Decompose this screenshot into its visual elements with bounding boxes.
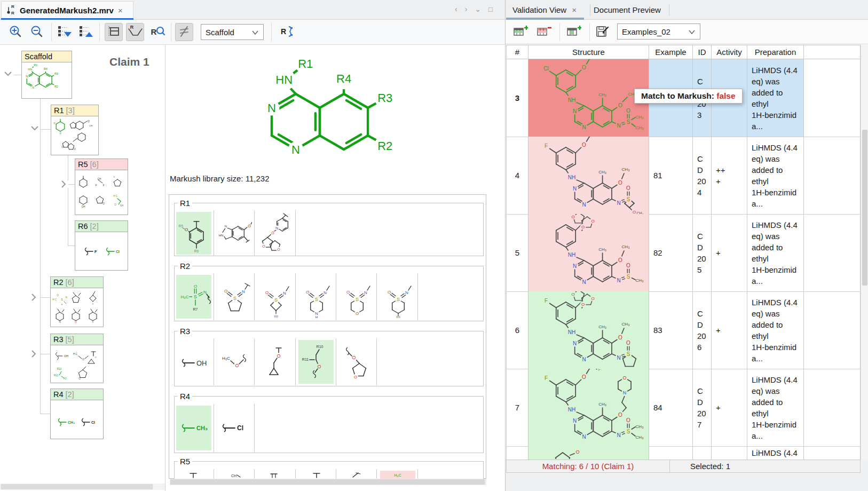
cell-id-rownext[interactable] — [693, 446, 712, 460]
cell-id-row7[interactable]: C D 20 7 — [693, 369, 712, 446]
cell-empty-row5[interactable] — [804, 214, 861, 291]
rgroup-cell-r1-2[interactable]: HNNOCH₃CH₃ — [217, 212, 252, 255]
column-header-num[interactable]: # — [506, 45, 528, 59]
cell-empty-row4[interactable] — [804, 137, 861, 214]
cell-preparation-row3[interactable]: LiHMDS (4.4 eq) was added to ethyl 1H-be… — [747, 59, 804, 137]
rgroup-cell-r2-6[interactable]: SONR9 — [380, 275, 415, 319]
tree-horizontal-scrollbar[interactable] — [0, 484, 165, 490]
cell-preparation-row6[interactable]: LiHMDS (4.4 eq) was added to ethyl 1H-be… — [747, 291, 804, 369]
rgroup-cell-r3-4[interactable]: R10R11O — [298, 340, 334, 384]
rgroup-cell-r3-5[interactable]: OO — [339, 340, 374, 384]
cell-activity-row6[interactable]: + — [712, 291, 747, 369]
tree-node-header[interactable]: R1 [3] — [51, 105, 98, 116]
tree-node-root[interactable]: Scaffold NNHNR1R4R3R2 — [21, 51, 72, 99]
add-column-button[interactable] — [565, 23, 583, 41]
tree-node-r6[interactable]: R6 [2] FCl — [75, 220, 128, 271]
cell-num-row7[interactable]: 7 — [506, 369, 528, 446]
rgroup-cell-r5-1[interactable] — [176, 471, 211, 479]
maximize-icon[interactable]: □ — [488, 5, 493, 13]
cell-num-row5[interactable]: 5 — [506, 214, 528, 291]
rgroup-query-button[interactable]: R — [148, 23, 167, 41]
tree-node-header[interactable]: Scaffold — [22, 51, 72, 62]
rgroup-cell-r2-3[interactable]: SONR8 — [258, 275, 293, 319]
cell-empty-row7[interactable] — [804, 369, 861, 446]
tab-list-icon[interactable]: ⌄ — [475, 5, 481, 13]
column-header-activity[interactable]: Activity — [712, 45, 747, 59]
cell-num-row4[interactable]: 4 — [506, 137, 528, 214]
rgroup-cell-r2-4[interactable]: SONNH — [298, 275, 334, 319]
rgroup-cell-r4-1[interactable]: CH₃ — [176, 406, 211, 450]
rgroup-bracket-button[interactable]: R — [278, 23, 296, 41]
chevron-expand-r2-icon[interactable] — [31, 294, 38, 301]
cell-structure-row5[interactable]: OOOFNHNNCH₃OCH₃NSOCH₃ — [528, 214, 649, 291]
delete-row-button[interactable] — [535, 23, 553, 41]
table-vertical-scrollbar[interactable] — [861, 45, 868, 460]
cell-structure-row6[interactable]: FOOONHNNCH₃OCH₃NSOS — [528, 291, 649, 369]
rgroup-view-button[interactable]: R — [126, 23, 144, 41]
cell-example-row5[interactable]: 82 — [649, 214, 693, 291]
tree-node-r1[interactable]: R1 [3] RROCHOO — [51, 105, 99, 155]
hide-rlogic-button[interactable] — [175, 23, 193, 41]
chevron-expand-r5-icon[interactable] — [61, 180, 68, 188]
toggle-tree-panel-button[interactable] — [105, 23, 123, 41]
tree-node-header[interactable]: R5 [6] — [75, 159, 128, 170]
nav-back-icon[interactable]: ‹ — [455, 5, 457, 13]
document-tab-close-icon[interactable]: × — [117, 6, 124, 15]
cell-structure-row4[interactable]: FOH₃CCH₃NHNNCH₃OCH₃NSOSOCH₃ — [528, 137, 649, 214]
tab-validation-view[interactable]: Validation View × — [506, 0, 584, 19]
cell-num-row3[interactable]: 3 — [506, 59, 528, 137]
cell-example-row6[interactable]: 83 — [649, 291, 693, 369]
cell-num-row6[interactable]: 6 — [506, 291, 528, 369]
cell-preparation-rownext[interactable]: LiHMDS (4.4 — [747, 446, 804, 460]
tree-node-header[interactable]: R3 [5] — [51, 334, 103, 345]
tree-node-header[interactable]: R2 [6] — [51, 277, 103, 288]
column-header-example[interactable]: Example — [649, 45, 693, 59]
scrollbar-thumb[interactable] — [170, 479, 485, 485]
cell-preparation-row4[interactable]: LiHMDS (4.4 eq) was added to ethyl 1H-be… — [747, 137, 804, 214]
cell-num-rownext[interactable] — [506, 446, 528, 460]
rgroup-cell-r5-3[interactable] — [258, 471, 293, 479]
tree-node-header[interactable]: R6 [2] — [75, 221, 128, 232]
rgroup-cell-r1-1[interactable]: R5OR6 — [176, 212, 211, 255]
zoom-in-button[interactable] — [6, 23, 25, 41]
rgroup-cell-r5-6[interactable]: H₃C — [380, 471, 415, 479]
rgroup-cell-r2-1[interactable]: H₃COSNR7 — [176, 275, 211, 319]
cell-example-row4[interactable]: 81 — [649, 137, 693, 214]
tree-node-r4[interactable]: R4 [2] CH₃Cl — [50, 389, 104, 439]
chevron-expand-r1-icon[interactable] — [31, 125, 38, 133]
cell-id-row6[interactable]: C D 20 6 — [693, 291, 712, 369]
cell-structure-row7[interactable]: FOH₃CFFFNHNNCH₃OONNSOCH₃CH₃ — [528, 369, 649, 446]
nav-forward-icon[interactable]: › — [465, 5, 468, 13]
cell-id-row5[interactable]: C D 20 5 — [693, 214, 712, 291]
tree-node-r5[interactable]: R5 [6] CHFFROHOH CONH — [75, 159, 128, 215]
rgroup-cell-r2-5[interactable]: SONO — [339, 275, 374, 319]
rgroup-cell-r2-2[interactable]: SON — [217, 275, 252, 319]
rgroup-cell-r4-2[interactable]: Cl — [217, 406, 252, 450]
cell-example-rownext[interactable] — [649, 446, 693, 460]
column-header-id[interactable]: ID — [693, 45, 712, 59]
column-header-preparation[interactable]: Preparation — [747, 45, 804, 59]
expand-all-button[interactable] — [56, 23, 74, 41]
rgroup-cell-r5-4[interactable] — [298, 471, 334, 479]
cell-empty-row6[interactable] — [804, 291, 861, 369]
rgroup-cell-r5-2[interactable]: CH — [217, 471, 252, 479]
cell-activity-row5[interactable]: + — [712, 214, 747, 291]
cell-empty-row3[interactable] — [804, 59, 861, 137]
cell-empty-rownext[interactable] — [804, 446, 861, 460]
tree-node-r2[interactable]: R2 [6] OH CSNRRNOR — [50, 276, 104, 327]
collapse-all-button[interactable] — [77, 23, 95, 41]
chevron-expand-r3-icon[interactable] — [31, 350, 38, 358]
cell-preparation-row5[interactable]: LiHMDS (4.4 eq) was added to ethyl 1H-be… — [747, 214, 804, 291]
column-header-structure[interactable]: Structure — [528, 45, 649, 59]
scrollbar-thumb[interactable] — [862, 130, 867, 286]
save-view-button[interactable] — [594, 23, 612, 41]
rgroup-cell-r3-3[interactable]: O — [258, 340, 293, 384]
rgroup-cell-r1-3[interactable]: OOON — [258, 212, 293, 255]
scaffold-selector[interactable]: Scaffold — [201, 24, 264, 40]
cell-structure-row3[interactable]: ClOH₃CCH₃NHNNCH₃OCH₃NSOCH₃CH₃ — [528, 59, 649, 137]
cell-preparation-row7[interactable]: LiHMDS (4.4 eq) was added to ethyl 1H-be… — [747, 369, 804, 446]
rgroup-cell-r3-2[interactable]: H₃CO — [217, 340, 252, 384]
tab-document-preview[interactable]: Document Preview — [594, 0, 666, 19]
chevron-expand-scaffold-icon[interactable] — [4, 71, 12, 78]
cell-activity-rownext[interactable] — [712, 446, 747, 460]
